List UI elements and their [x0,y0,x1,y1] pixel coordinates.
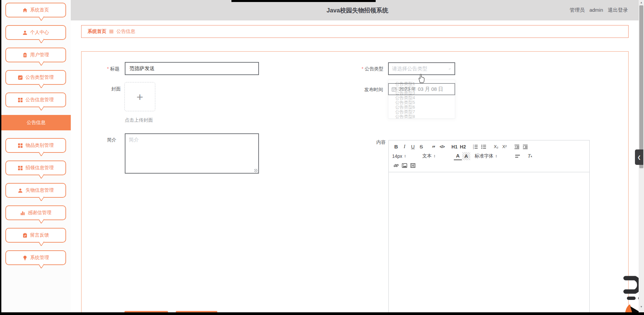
sidebar-item-label: 系统首页 [30,7,49,13]
app-window: 系统首页 个人中心 用户管理 公告类型管理 公告信息管理 公告信息 物品类别管理… [0,0,644,315]
paragraph-style-value: 文本 [422,153,432,159]
grid-icon [18,98,23,103]
breadcrumb-current: 公告信息 [116,28,135,35]
notice-type-select[interactable]: 请选择公告类型 ⌐ [388,62,455,75]
updown-arrows-icon: ▴▾ [434,154,435,158]
logout-button[interactable]: 退出登录 [608,7,628,13]
notice-form-card: 标题 公告类型 请选择公告类型 ⌐ 封面 + 点击上传封面 发布时间 2023 … [81,51,629,315]
link-icon[interactable] [392,162,400,170]
dropdown-option[interactable]: 公告类型3 [388,91,455,96]
code-block-button[interactable]: </> [438,143,446,151]
editor-content-area[interactable] [389,172,589,315]
dropdown-option[interactable]: 公告类型1 [388,81,455,86]
blockquote-button[interactable]: ” [430,143,438,151]
background-color-button[interactable]: A [462,152,470,160]
sidebar-item-lost-info-mgmt[interactable]: 失物信息管理 [5,183,66,198]
sidebar-item-label: 公告信息管理 [25,97,54,103]
intro-field-label: 简介 [107,137,116,143]
heading1-button[interactable]: H1 [450,143,459,151]
user-role-label: 管理员 [570,7,585,13]
sidebar-item-notice-type-mgmt[interactable]: 公告类型管理 [5,70,66,85]
indent-icon[interactable] [521,143,529,151]
font-size-value: 14px [392,153,402,159]
content-field-label: 内容 [376,139,386,145]
cover-field-label: 封面 [111,86,121,92]
rich-text-editor: B I U S ” </> H1 H2 X₂ X² [388,140,590,315]
font-family-picker[interactable]: 标准字体 ▴▾ [475,153,509,159]
frame-edge [0,312,644,315]
underline-button[interactable]: U [409,143,417,151]
sidebar-item-item-category-mgmt[interactable]: 物品类别管理 [5,138,66,153]
cover-upload-hint: 点击上传封面 [125,117,153,123]
sidebar-item-profile[interactable]: 个人中心 [5,25,66,40]
subscript-button[interactable]: X₂ [492,143,500,151]
notice-type-label: 公告类型 [362,66,383,72]
bullet-list-icon[interactable] [480,143,488,151]
video-icon[interactable] [409,162,417,170]
feedback-icon [22,233,28,238]
scroll-down-arrow-icon[interactable]: ▼ [639,304,644,309]
frame-edge [0,0,1,315]
sidebar-item-system-mgmt[interactable]: 系统管理 [5,250,66,265]
clear-format-button[interactable]: Tx [526,152,534,160]
heading2-button[interactable]: H2 [459,143,467,151]
sidebar-item-home[interactable]: 系统首页 [5,3,66,17]
dropdown-option[interactable]: 公告类型6 [388,105,455,110]
sidebar-item-label: 系统管理 [30,255,49,261]
italic-button[interactable]: I [400,143,409,151]
dropdown-option[interactable]: 公告类型5 [388,100,455,105]
sidebar: 系统首页 个人中心 用户管理 公告类型管理 公告信息管理 公告信息 物品类别管理… [1,0,71,315]
plus-icon: + [137,91,143,103]
intro-textarea[interactable]: 简介 [125,133,259,174]
cover-upload-button[interactable]: + [124,82,155,111]
chevron-down-icon: ⌐ [449,67,451,71]
sidebar-item-claim-info-mgmt[interactable]: 招领信息管理 [5,161,66,175]
scrollbar-thumb[interactable] [639,5,643,168]
top-header: Java校园失物招领系统 管理员 admin 退出登录 [71,0,644,20]
chevron-left-icon: ❮ [637,155,641,160]
image-icon[interactable] [400,162,409,170]
title-field-label: 标题 [107,66,119,72]
bulb-icon [22,255,28,260]
outdent-icon[interactable] [513,143,521,151]
scroll-up-arrow-icon[interactable]: ▲ [639,0,644,5]
sidebar-item-thanks-letter-mgmt[interactable]: 感谢信管理 [5,205,66,220]
sidebar-item-user-mgmt[interactable]: 用户管理 [5,48,66,62]
sidebar-item-notice-info-active[interactable]: 公告信息 [1,115,71,130]
title-input[interactable] [125,62,259,75]
sidebar-item-feedback[interactable]: 留言反馈 [5,228,66,243]
sidebar-item-label: 个人中心 [30,29,49,36]
editor-toolbar: B I U S ” </> H1 H2 X₂ X² [389,140,589,172]
dropdown-option[interactable]: 公告类型2 [388,86,455,91]
paragraph-style-picker[interactable]: 文本 ▴▾ [422,153,450,159]
textarea-resize-handle[interactable] [254,169,258,172]
breadcrumb-separator-icon [109,30,113,33]
header-user-area: 管理员 admin 退出登录 [570,7,628,13]
text-color-button[interactable]: A [454,152,462,160]
intro-placeholder: 简介 [129,137,139,142]
strikethrough-button[interactable]: S [417,143,425,151]
sidebar-item-label: 留言反馈 [30,232,49,238]
bar-chart-icon [20,210,25,215]
sidebar-item-label: 物品类别管理 [25,142,54,148]
dropdown-option[interactable]: 公告类型4 [388,96,455,100]
grid-icon [18,166,23,171]
font-size-picker[interactable]: 14px ▴▾ [392,153,418,159]
updown-arrows-icon: ▴▾ [405,154,406,158]
dropdown-option[interactable]: 公告类型7 [388,110,455,114]
notice-type-dropdown[interactable]: 公告类型1 公告类型2 公告类型3 公告类型4 公告类型5 公告类型6 公告类型… [388,80,455,119]
bold-button[interactable]: B [392,143,400,151]
grid-icon [18,143,23,148]
home-icon [22,8,28,13]
breadcrumb-home-link[interactable]: 系统首页 [88,28,106,35]
panel-collapse-toggle[interactable]: ❮ [635,149,643,165]
page-title: Java校园失物招领系统 [71,6,644,14]
username-label: admin [589,7,603,13]
ordered-list-icon[interactable] [471,143,479,151]
align-icon[interactable] [514,152,522,160]
sidebar-item-label: 用户管理 [30,52,49,58]
superscript-button[interactable]: X² [500,143,508,151]
dropdown-option[interactable]: 公告类型8 [388,114,455,119]
publish-time-label: 发布时间 [364,87,383,93]
sidebar-item-notice-info-mgmt[interactable]: 公告信息管理 [5,92,66,107]
